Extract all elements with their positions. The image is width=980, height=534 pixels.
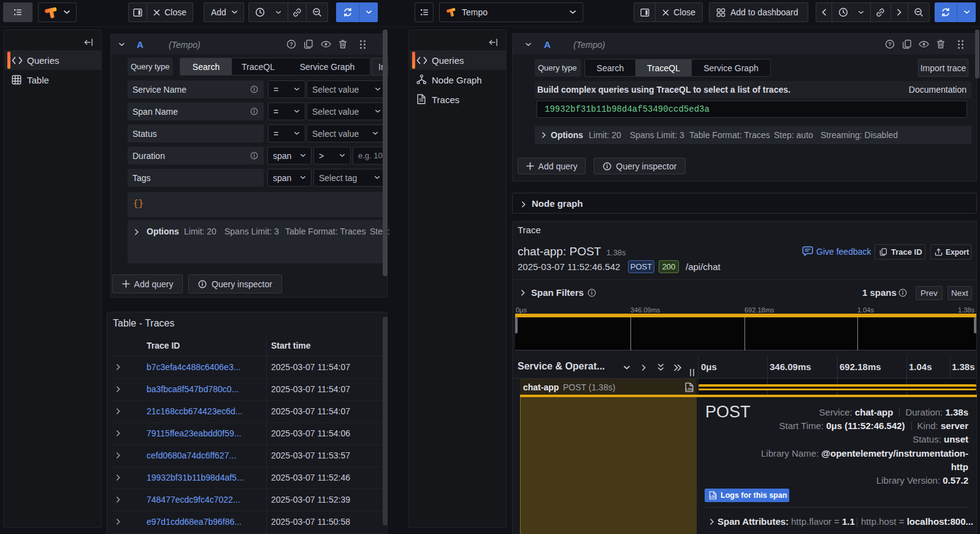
svg-text:?: ? — [289, 41, 293, 47]
svg-text:?: ? — [888, 41, 892, 47]
svg-text:LOG: LOG — [710, 495, 716, 498]
svg-text:LOG: LOG — [686, 387, 693, 391]
